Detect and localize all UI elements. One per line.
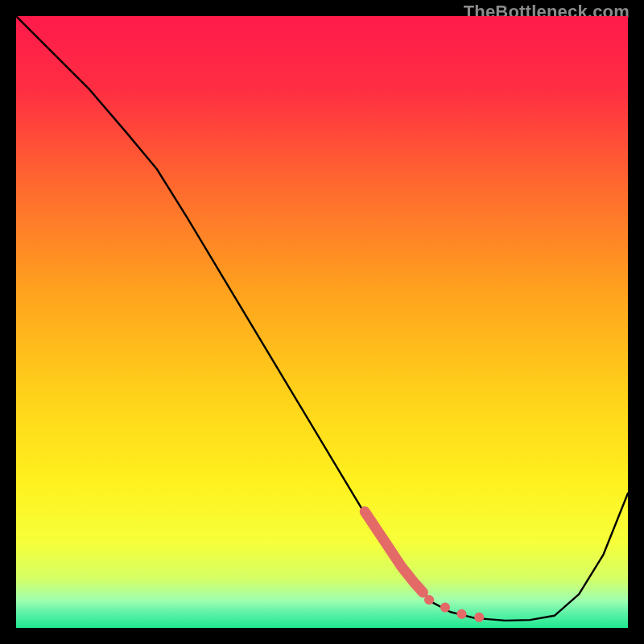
gradient-background — [16, 16, 628, 628]
bottleneck-chart — [16, 16, 628, 628]
